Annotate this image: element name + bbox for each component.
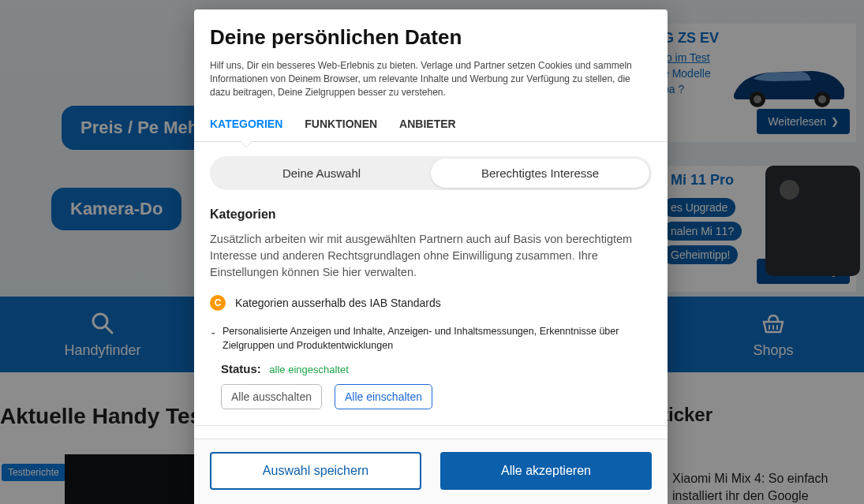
segment-control: Deine Auswahl Berechtigtes Interesse bbox=[210, 156, 652, 190]
btn-alle-einschalten[interactable]: Alle einschalten bbox=[335, 384, 432, 409]
section-heading-kategorien: Kategorien bbox=[210, 207, 652, 222]
modal-header: Deine persönlichen Daten Hilf uns, Dir e… bbox=[194, 9, 668, 106]
toggle-buttons-row: Alle ausschalten Alle einschalten bbox=[221, 384, 652, 409]
tab-kategorien[interactable]: KATEGORIEN bbox=[210, 106, 282, 141]
row-non-iab[interactable]: C Kategorien ausserhalb des IAB Standard… bbox=[210, 295, 652, 311]
status-row: Status: alle eingeschaltet bbox=[221, 362, 652, 376]
modal-body: Deine Auswahl Berechtigtes Interesse Kat… bbox=[194, 142, 668, 439]
chevron-down-icon: ⌄ bbox=[210, 327, 216, 338]
segment-deine-auswahl[interactable]: Deine Auswahl bbox=[212, 159, 431, 188]
btn-alle-ausschalten[interactable]: Alle ausschalten bbox=[221, 384, 322, 409]
c-badge-icon: C bbox=[210, 295, 226, 311]
modal-tabs: KATEGORIEN FUNKTIONEN ANBIETER bbox=[194, 106, 668, 142]
consent-modal: Deine persönlichen Daten Hilf uns, Dir e… bbox=[194, 9, 668, 504]
btn-alle-akzeptieren[interactable]: Alle akzeptieren bbox=[440, 452, 652, 490]
status-value: alle eingeschaltet bbox=[269, 364, 348, 375]
divider bbox=[194, 425, 668, 426]
row-non-iab-label: Kategorien ausserhalb des IAB Standards bbox=[235, 297, 441, 309]
expander-label: Personalisierte Anzeigen und Inhalte, An… bbox=[223, 325, 652, 353]
modal-intro-text: Hilf uns, Dir ein besseres Web-Erlebnis … bbox=[210, 59, 652, 99]
btn-auswahl-speichern[interactable]: Auswahl speichern bbox=[210, 452, 421, 490]
section-text-kategorien: Zusätzlich arbeiten wir mit ausgewählten… bbox=[210, 231, 652, 281]
tab-funktionen[interactable]: FUNKTIONEN bbox=[305, 106, 377, 141]
modal-footer: Auswahl speichern Alle akzeptieren bbox=[194, 439, 668, 504]
expander-personalised-ads[interactable]: ⌄ Personalisierte Anzeigen und Inhalte, … bbox=[210, 325, 652, 353]
segment-berechtigtes-interesse[interactable]: Berechtigtes Interesse bbox=[431, 159, 649, 188]
status-label: Status: bbox=[221, 362, 261, 375]
tab-anbieter[interactable]: ANBIETER bbox=[399, 106, 456, 141]
modal-title: Deine persönlichen Daten bbox=[210, 25, 652, 50]
